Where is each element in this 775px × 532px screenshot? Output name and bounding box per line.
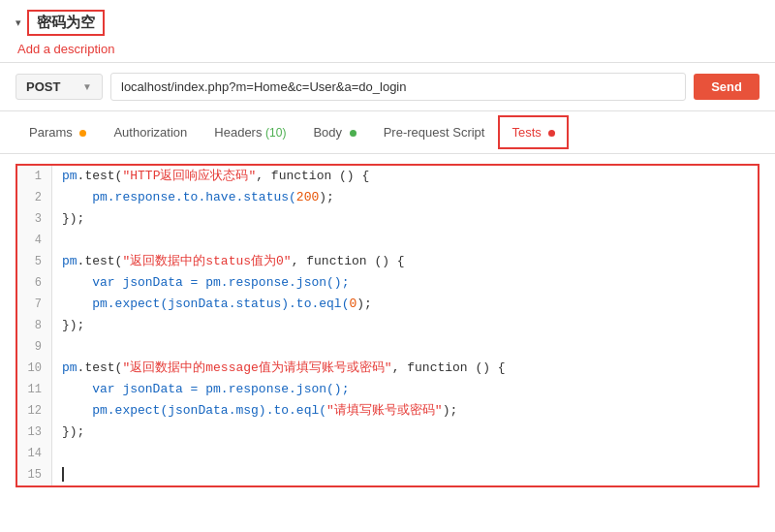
code-line: 12 pm.expect(jsonData.msg).to.eql("请填写账号… <box>17 400 758 422</box>
code-token: var jsonData = pm.response.json(); <box>62 275 349 290</box>
tab-body-label: Body <box>313 125 342 140</box>
code-line: 5pm.test("返回数据中的status值为0", function () … <box>17 251 758 272</box>
method-select[interactable]: POST ▼ <box>16 74 103 100</box>
line-number: 8 <box>17 315 52 336</box>
tabs-section: Params Authorization Headers (10) Body P… <box>0 111 775 154</box>
tab-tests-label: Tests <box>512 125 541 140</box>
code-token: pm <box>62 254 78 268</box>
code-token: pm.expect(jsonData.status).to.eql( <box>62 297 349 311</box>
cursor-icon <box>62 467 72 482</box>
code-token: , function () { <box>256 169 369 183</box>
line-number: 4 <box>17 230 52 251</box>
request-title: 密码为空 <box>27 10 105 36</box>
code-token: ); <box>356 297 372 311</box>
line-content: pm.expect(jsonData.status).to.eql(0); <box>52 294 372 315</box>
code-token: pm.response.to.have.status( <box>62 190 296 204</box>
code-token: , function () { <box>292 254 405 268</box>
tab-params[interactable]: Params <box>16 115 100 149</box>
tab-headers[interactable]: Headers (10) <box>201 115 299 149</box>
collapse-arrow-icon[interactable]: ▾ <box>16 16 21 29</box>
code-token: , function () { <box>392 360 506 375</box>
tab-headers-label: Headers <box>214 125 262 140</box>
code-token: var jsonData = pm.response.json(); <box>62 382 349 396</box>
method-dropdown-arrow-icon: ▼ <box>82 81 92 92</box>
tab-tests[interactable]: Tests <box>498 115 569 149</box>
headers-badge: (10) <box>265 126 286 140</box>
line-number: 3 <box>17 208 52 230</box>
code-editor[interactable]: 1pm.test("HTTP返回响应状态码", function () {2 p… <box>16 164 760 487</box>
code-line: 2 pm.response.to.have.status(200); <box>17 187 758 208</box>
code-line: 3}); <box>17 208 758 230</box>
line-number: 10 <box>17 358 52 379</box>
url-bar-section: POST ▼ Send <box>0 63 775 111</box>
code-line: 9 <box>17 336 758 358</box>
tests-dot-icon <box>548 130 555 137</box>
code-token: "返回数据中的message值为请填写账号或密码" <box>122 360 391 375</box>
line-content: var jsonData = pm.response.json(); <box>52 379 349 400</box>
code-line: 11 var jsonData = pm.response.json(); <box>17 379 758 400</box>
code-token: "HTTP返回响应状态码" <box>122 169 256 183</box>
body-dot-icon <box>350 130 356 137</box>
tab-params-label: Params <box>29 125 73 140</box>
line-number: 5 <box>17 251 52 272</box>
line-number: 9 <box>17 336 52 358</box>
line-number: 6 <box>17 272 52 294</box>
line-content: pm.expect(jsonData.msg).to.eql("请填写账号或密码… <box>52 400 457 422</box>
tab-authorization[interactable]: Authorization <box>100 115 201 149</box>
params-dot-icon <box>79 130 86 137</box>
line-number: 11 <box>17 379 52 400</box>
line-number: 2 <box>17 187 52 208</box>
url-input[interactable] <box>110 73 686 101</box>
code-line: 13}); <box>17 422 758 443</box>
code-line: 15 <box>17 464 758 485</box>
code-token: "请填写账号或密码" <box>326 403 443 418</box>
code-token: .test( <box>78 169 123 183</box>
line-number: 1 <box>17 166 52 187</box>
tab-prerequest[interactable]: Pre-request Script <box>370 115 499 149</box>
line-content: pm.response.to.have.status(200); <box>52 187 334 208</box>
line-content: }); <box>52 315 84 336</box>
line-content: pm.test("返回数据中的message值为请填写账号或密码", funct… <box>52 358 506 379</box>
code-token: pm <box>62 169 78 183</box>
code-line: 6 var jsonData = pm.response.json(); <box>17 272 758 294</box>
code-token: pm.expect(jsonData.msg).to.eql( <box>62 403 326 418</box>
send-button[interactable]: Send <box>694 74 760 100</box>
tab-prerequest-label: Pre-request Script <box>384 125 485 140</box>
line-content: var jsonData = pm.response.json(); <box>52 272 349 294</box>
top-section: ▾ 密码为空 Add a description <box>0 0 775 63</box>
code-token: }); <box>62 424 84 439</box>
tab-body[interactable]: Body <box>299 115 369 149</box>
code-line: 1pm.test("HTTP返回响应状态码", function () { <box>17 166 758 187</box>
line-number: 13 <box>17 422 52 443</box>
code-token: .test( <box>78 254 123 268</box>
code-token: }); <box>62 318 84 332</box>
line-number: 14 <box>17 443 52 464</box>
line-content: pm.test("HTTP返回响应状态码", function () { <box>52 166 369 187</box>
code-token: "返回数据中的status值为0" <box>122 254 291 268</box>
tab-authorization-label: Authorization <box>113 125 187 140</box>
code-token: pm <box>62 360 78 375</box>
code-line: 14 <box>17 443 758 464</box>
code-token: 200 <box>296 190 319 204</box>
line-content <box>52 464 72 485</box>
code-line: 8}); <box>17 315 758 336</box>
http-method-label: POST <box>26 79 60 94</box>
add-description-link[interactable]: Add a description <box>17 42 760 56</box>
line-number: 7 <box>17 294 52 315</box>
line-number: 12 <box>17 400 52 422</box>
code-token: ); <box>319 190 334 204</box>
line-content: pm.test("返回数据中的status值为0", function () { <box>52 251 405 272</box>
code-line: 7 pm.expect(jsonData.status).to.eql(0); <box>17 294 758 315</box>
code-token: }); <box>62 211 84 226</box>
title-row: ▾ 密码为空 <box>16 10 760 36</box>
code-line: 10pm.test("返回数据中的message值为请填写账号或密码", fun… <box>17 358 758 379</box>
code-token: .test( <box>78 360 123 375</box>
code-token: ); <box>443 403 458 418</box>
code-line: 4 <box>17 230 758 251</box>
line-number: 15 <box>17 464 52 485</box>
line-content: }); <box>52 422 84 443</box>
line-content: }); <box>52 208 84 230</box>
